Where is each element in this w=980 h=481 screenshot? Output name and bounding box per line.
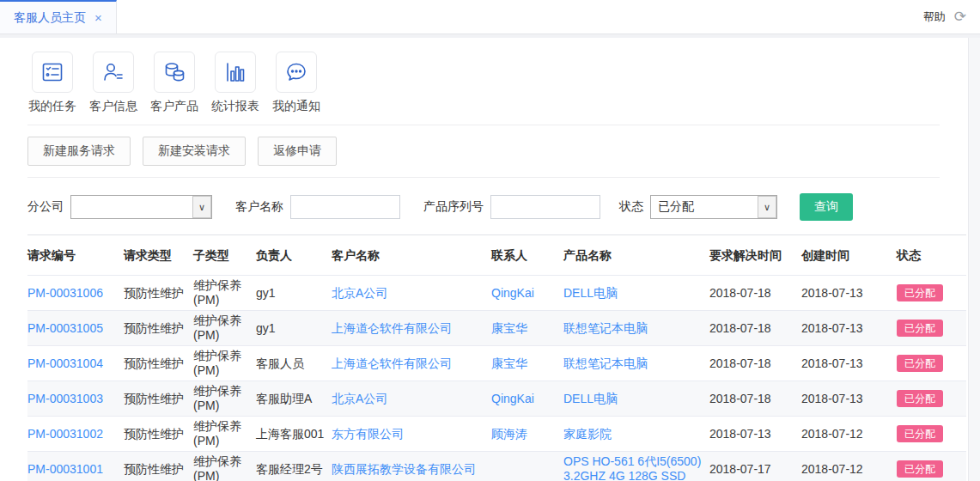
notification-icon: [276, 52, 317, 93]
col-status: 状态: [897, 235, 966, 276]
shortcut-customer-products[interactable]: 客户产品: [149, 52, 199, 114]
product-link[interactable]: OPS HO-561 6代I5(6500) 3.2GHZ 4G 128G SSD: [563, 454, 701, 481]
product-link[interactable]: 联想笔记本电脑: [563, 356, 648, 370]
refresh-icon[interactable]: ⟳: [954, 9, 966, 24]
serial-number-input[interactable]: [490, 195, 600, 219]
request-id-link[interactable]: PM-00031004: [27, 356, 103, 370]
chevron-down-icon: ∨: [758, 196, 776, 218]
shortcut-label: 我的任务: [27, 99, 77, 114]
col-created-time: 创建时间: [801, 235, 897, 276]
subtype-cell: 维护保养(PM): [193, 311, 256, 346]
action-button-row: 新建服务请求 新建安装请求 返修申请: [27, 125, 940, 178]
status-badge: 已分配: [897, 355, 943, 372]
customer-link[interactable]: 北京A公司: [332, 286, 387, 300]
due-time-cell: 2018-07-18: [709, 346, 801, 381]
close-icon[interactable]: ×: [94, 10, 102, 25]
help-link[interactable]: 帮助: [923, 9, 946, 25]
shortcut-label: 客户产品: [149, 99, 199, 114]
request-id-link[interactable]: PM-00031005: [27, 321, 103, 335]
request-type-cell: 预防性维护: [124, 276, 193, 311]
request-type-cell: 预防性维护: [124, 346, 193, 381]
product-link[interactable]: 联想笔记本电脑: [563, 321, 648, 335]
request-type-cell: 预防性维护: [124, 381, 193, 417]
subtype-cell: 维护保养(PM): [193, 417, 256, 452]
repair-request-button[interactable]: 返修申请: [258, 137, 337, 166]
request-id-link[interactable]: PM-00031003: [27, 392, 103, 405]
contact-link[interactable]: QingKai: [491, 392, 534, 405]
owner-cell: 上海客服001: [256, 417, 332, 452]
shortcut-my-tasks[interactable]: 我的任务: [27, 52, 77, 114]
product-link[interactable]: 家庭影院: [563, 427, 612, 441]
tab-bar-right: 帮助 ⟳: [923, 0, 980, 33]
new-install-request-button[interactable]: 新建安装请求: [143, 137, 246, 166]
table-row: PM-00031005 预防性维护 维护保养(PM) gy1 上海道仑软件有限公…: [27, 311, 966, 346]
owner-cell: gy1: [256, 276, 332, 311]
serial-number-label: 产品序列号: [423, 199, 484, 215]
service-requests-table: 请求编号 请求类型 子类型 负责人 客户名称 联系人 产品名称 要求解决时间 创…: [27, 234, 966, 481]
contact-link[interactable]: 康宝华: [491, 356, 527, 370]
branch-label: 分公司: [27, 199, 64, 215]
shortcut-label: 客户信息: [88, 99, 138, 114]
status-badge: 已分配: [897, 460, 943, 478]
owner-cell: 客服助理A: [256, 381, 332, 417]
shortcut-row: 我的任务 客户信息: [27, 38, 940, 125]
customer-product-icon: [154, 52, 195, 93]
contact-link[interactable]: 康宝华: [491, 321, 527, 335]
customer-name-input[interactable]: [290, 195, 400, 219]
created-time-cell: 2018-07-13: [801, 311, 897, 346]
status-select[interactable]: 已分配 ∨: [650, 195, 777, 219]
branch-select[interactable]: ∨: [70, 195, 212, 219]
created-time-cell: 2018-07-13: [801, 381, 897, 417]
created-time-cell: 2018-07-12: [801, 452, 897, 481]
subtype-cell: 维护保养(PM): [193, 452, 256, 481]
table-row: PM-00031002 预防性维护 维护保养(PM) 上海客服001 东方有限公…: [27, 417, 966, 452]
shortcut-customer-info[interactable]: 客户信息: [88, 52, 138, 114]
created-time-cell: 2018-07-13: [801, 346, 897, 381]
customer-link[interactable]: 北京A公司: [332, 392, 387, 405]
status-badge: 已分配: [897, 425, 943, 442]
tab-service-staff-home[interactable]: 客服人员主页 ×: [0, 0, 117, 33]
due-time-cell: 2018-07-18: [709, 381, 801, 417]
request-id-link[interactable]: PM-00031001: [27, 462, 103, 476]
chevron-down-icon: ∨: [192, 196, 211, 218]
created-time-cell: 2018-07-12: [801, 417, 897, 452]
status-select-value: 已分配: [651, 199, 758, 215]
customer-link[interactable]: 上海道仑软件有限公司: [332, 321, 452, 335]
status-badge: 已分配: [897, 320, 943, 337]
contact-link[interactable]: 顾海涛: [491, 427, 527, 441]
product-link[interactable]: DELL电脑: [563, 392, 618, 405]
col-owner: 负责人: [256, 235, 332, 276]
product-link[interactable]: DELL电脑: [563, 286, 618, 300]
due-time-cell: 2018-07-17: [709, 452, 801, 481]
table-row: PM-00031003 预防性维护 维护保养(PM) 客服助理A 北京A公司 Q…: [27, 381, 966, 417]
customer-link[interactable]: 东方有限公司: [332, 427, 404, 441]
table-header-row: 请求编号 请求类型 子类型 负责人 客户名称 联系人 产品名称 要求解决时间 创…: [27, 235, 966, 276]
customer-name-label: 客户名称: [235, 199, 283, 215]
request-id-link[interactable]: PM-00031002: [27, 427, 103, 441]
request-type-cell: 预防性维护: [124, 452, 193, 481]
report-chart-icon: [215, 52, 256, 93]
shortcut-my-notifications[interactable]: 我的通知: [271, 52, 321, 114]
contact-link[interactable]: QingKai: [491, 286, 534, 300]
customer-link[interactable]: 陕西展拓教学设备有限公司: [332, 462, 476, 476]
shortcut-statistics-report[interactable]: 统计报表: [210, 52, 260, 114]
subtype-cell: 维护保养(PM): [193, 346, 256, 381]
vertical-scrollbar[interactable]: [968, 38, 980, 481]
subtype-cell: 维护保养(PM): [193, 381, 256, 417]
col-subtype: 子类型: [193, 235, 256, 276]
shortcut-label: 我的通知: [271, 99, 321, 114]
table-row: PM-00031004 预防性维护 维护保养(PM) 客服人员 上海道仑软件有限…: [27, 346, 966, 381]
customer-link[interactable]: 上海道仑软件有限公司: [332, 356, 452, 370]
col-request-id: 请求编号: [27, 235, 124, 276]
new-service-request-button[interactable]: 新建服务请求: [27, 137, 131, 166]
request-id-link[interactable]: PM-00031006: [27, 286, 103, 300]
owner-cell: gy1: [256, 311, 332, 346]
due-time-cell: 2018-07-18: [709, 311, 801, 346]
col-contact: 联系人: [491, 235, 563, 276]
col-customer: 客户名称: [332, 235, 491, 276]
search-button[interactable]: 查询: [800, 193, 853, 221]
table-row: PM-00031006 预防性维护 维护保养(PM) gy1 北京A公司 Qin…: [27, 276, 966, 311]
customer-info-icon: [93, 52, 134, 93]
due-time-cell: 2018-07-13: [709, 417, 801, 452]
tab-bar: 客服人员主页 × 帮助 ⟳: [0, 0, 980, 34]
